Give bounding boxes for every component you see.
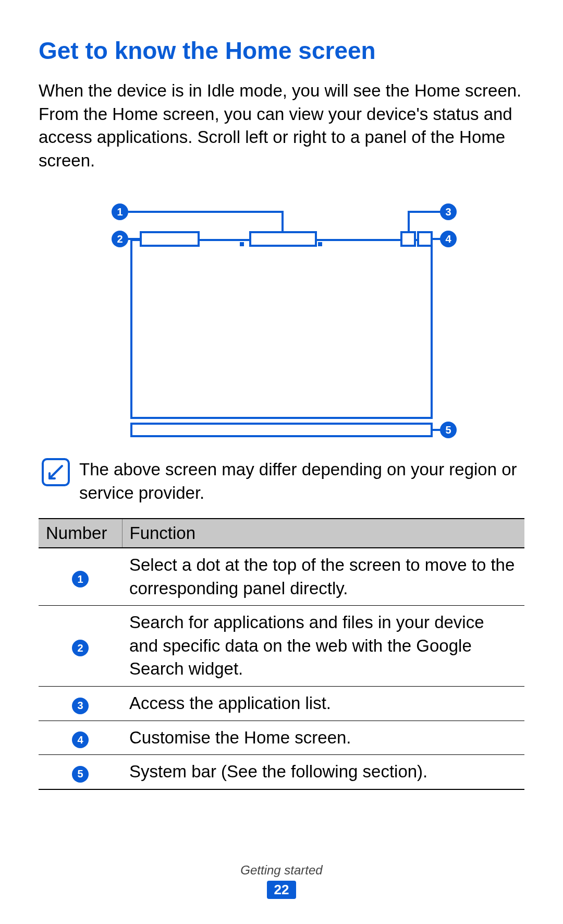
page-footer: Getting started 22: [0, 863, 563, 899]
diagram-system-bar: [130, 423, 433, 437]
note-row: The above screen may differ depending on…: [39, 458, 524, 505]
connector-line: [128, 211, 283, 213]
note-text: The above screen may differ depending on…: [79, 458, 524, 505]
table-header-number: Number: [39, 519, 122, 548]
diagram-screen-rect: [130, 239, 433, 419]
row-badge-1: 1: [72, 571, 89, 587]
row-func-5: System bar (See the following section).: [122, 755, 524, 789]
row-badge-2: 2: [72, 640, 89, 656]
table-row: 3 Access the application list.: [39, 687, 524, 721]
table-header-function: Function: [122, 519, 524, 548]
diagram-search-widget-box: [140, 231, 200, 247]
row-func-4: Customise the Home screen.: [122, 721, 524, 755]
callout-badge-5: 5: [440, 422, 457, 438]
table-row: 2 Search for applications and files in y…: [39, 606, 524, 687]
footer-page-number: 22: [267, 881, 297, 899]
footer-section-name: Getting started: [0, 863, 563, 878]
row-func-3: Access the application list.: [122, 687, 524, 721]
page-heading: Get to know the Home screen: [39, 37, 524, 65]
table-row: 1 Select a dot at the top of the screen …: [39, 548, 524, 606]
note-icon: [42, 458, 70, 486]
connector-line: [433, 429, 441, 431]
diagram-apps-box: [400, 231, 416, 247]
diagram-customise-box: [417, 231, 433, 247]
function-table: Number Function 1 Select a dot at the to…: [39, 518, 524, 789]
callout-badge-2: 2: [112, 231, 128, 247]
intro-paragraph: When the device is in Idle mode, you wil…: [39, 79, 524, 172]
callout-badge-4: 4: [440, 231, 457, 247]
diagram-dots-group-box: [249, 231, 317, 247]
row-badge-3: 3: [72, 698, 89, 714]
connector-line: [282, 211, 284, 232]
row-badge-5: 5: [72, 766, 89, 783]
connector-line: [408, 211, 441, 213]
row-badge-4: 4: [72, 731, 89, 748]
row-func-2: Search for applications and files in you…: [122, 606, 524, 687]
table-row: 5 System bar (See the following section)…: [39, 755, 524, 789]
connector-line: [128, 238, 141, 240]
callout-badge-1: 1: [112, 203, 128, 220]
connector-line: [408, 211, 410, 232]
home-screen-diagram: 1 2 3 4 5: [39, 192, 524, 442]
callout-badge-3: 3: [440, 203, 457, 220]
connector-line: [433, 238, 441, 240]
table-row: 4 Customise the Home screen.: [39, 721, 524, 755]
row-func-1: Select a dot at the top of the screen to…: [122, 548, 524, 606]
diagram-panel-dot: [240, 242, 244, 246]
diagram-panel-dot: [318, 242, 322, 246]
